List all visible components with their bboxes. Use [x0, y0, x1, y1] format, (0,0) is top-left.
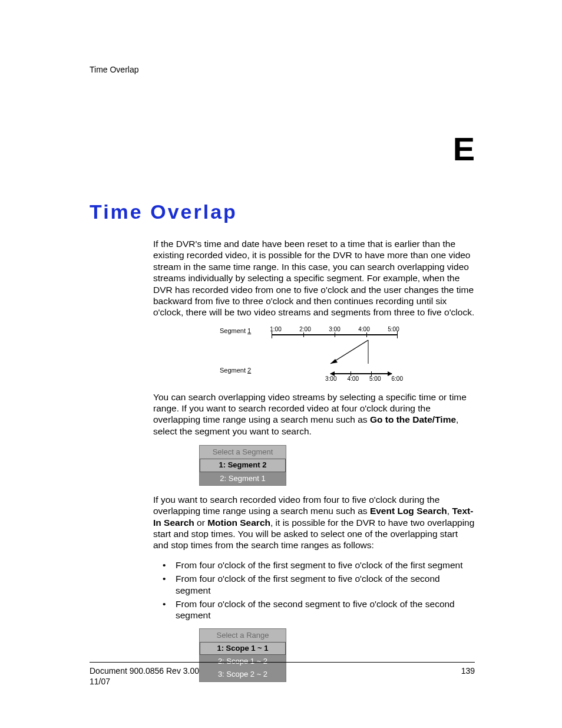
seg2-tick: 3:00 [320, 376, 342, 382]
menu-item-segment2[interactable]: 1: Segment 2 [200, 459, 286, 472]
menu-header: Select a Range [200, 629, 286, 642]
select-segment-menu: Select a Segment 1: Segment 2 2: Segment… [199, 445, 286, 486]
running-head: Time Overlap [90, 65, 475, 75]
range-bullet-list: From four o'clock of the first segment t… [153, 559, 475, 621]
footer-doc: Document 900.0856 Rev 3.00 [90, 666, 199, 677]
timeline-diagram: Segment 1 1:00 2:00 3:00 4:00 5:00 [220, 327, 408, 382]
section-letter: E [90, 129, 476, 170]
segment2-label: Segment 2 [220, 366, 261, 375]
footer-date: 11/07 [90, 677, 475, 687]
seg1-tick: 4:00 [349, 327, 379, 332]
seg1-tick: 1:00 [261, 327, 290, 332]
paragraph-3: If you want to search recorded video fro… [153, 494, 475, 551]
menu-item-scope-1-1[interactable]: 1: Scope 1 ~ 1 [200, 642, 286, 655]
page-footer: Document 900.0856 Rev 3.00 139 11/07 [90, 662, 475, 687]
page-title: Time Overlap [90, 199, 475, 225]
seg1-tick: 3:00 [320, 327, 349, 332]
seg1-tick: 5:00 [379, 327, 408, 332]
seg2-tick: 4:00 [342, 376, 365, 382]
list-item: From four o'clock of the first segment t… [153, 573, 475, 596]
seg1-tick: 2:00 [290, 327, 320, 332]
seg2-tick: 5:00 [364, 376, 386, 382]
menu-item-segment1[interactable]: 2: Segment 1 [200, 472, 286, 485]
intro-paragraph: If the DVR's time and date have been res… [153, 238, 475, 318]
list-item: From four o'clock of the first segment t… [153, 559, 475, 571]
paragraph-2: You can search overlapping video streams… [153, 391, 475, 437]
segment1-label: Segment 1 [220, 327, 261, 335]
svg-line-0 [330, 340, 368, 364]
footer-page: 139 [461, 666, 475, 677]
list-item: From four o'clock of the second segment … [153, 598, 475, 621]
seg2-tick: 6:00 [386, 376, 409, 382]
menu-header: Select a Segment [200, 446, 286, 459]
